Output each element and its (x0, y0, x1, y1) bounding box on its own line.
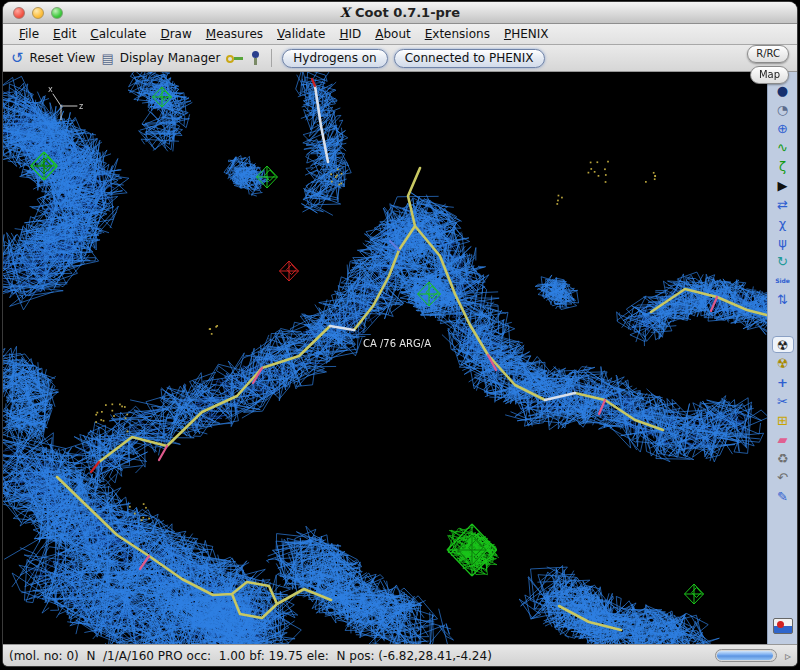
menu-file[interactable]: File (13, 25, 45, 43)
scene-color-icon[interactable] (773, 618, 793, 634)
real-space-refine-icon[interactable]: ∿ (772, 139, 794, 156)
edit-icon[interactable]: ✎ (772, 488, 794, 505)
menu-validate[interactable]: Validate (271, 25, 331, 43)
minimize-button[interactable] (32, 7, 44, 19)
gl-canvas[interactable] (3, 72, 767, 644)
reset-view-button[interactable]: Reset View (30, 51, 96, 65)
x11-icon: X (340, 5, 350, 20)
play-icon[interactable]: ▶ (772, 177, 794, 194)
menu-draw[interactable]: Draw (154, 25, 197, 43)
side-toolbar: ● ◔ ⊕ ∿ ζ ▶ ⇄ χ ψ ↻ Side ⇅ ☢ ☢ + ✂ ⊞ ▰ ♻… (767, 72, 797, 644)
regularize-zone-icon[interactable]: ζ (772, 158, 794, 175)
menu-hid[interactable]: HID (333, 25, 367, 43)
main-toolbar: ↺ Reset View ▤ Display Manager Hydrogens… (3, 45, 797, 72)
undo-icon[interactable]: ↶ (772, 469, 794, 486)
window-title-area: X Coot 0.7.1-pre (3, 5, 797, 20)
close-button[interactable] (13, 7, 25, 19)
side-chain-180-icon[interactable]: Side (772, 272, 794, 289)
highlight-residue-icon[interactable]: ▰ (772, 431, 794, 448)
statusbar: (mol. no: 0) N /1/A/160 PRO occ: 1.00 bf… (3, 644, 797, 666)
menubar: File Edit Calculate Draw Measures Valida… (3, 24, 797, 45)
zoom-button[interactable] (51, 7, 63, 19)
delete-item-icon[interactable]: ♻ (772, 450, 794, 467)
clock-display-icon[interactable]: ◔ (772, 101, 794, 118)
menu-measures[interactable]: Measures (200, 25, 269, 43)
viewport[interactable]: CA /76 ARG/A (3, 72, 767, 644)
reset-view-icon[interactable]: ↺ (11, 51, 24, 66)
coot-window: X Coot 0.7.1-pre File Edit Calculate Dra… (3, 2, 797, 666)
map-button[interactable]: Map (750, 66, 789, 84)
titlebar[interactable]: X Coot 0.7.1-pre (3, 2, 797, 24)
torsion-edit-icon[interactable]: ↻ (772, 253, 794, 270)
recentre-icon[interactable] (249, 51, 261, 66)
auto-fit-rotamer-icon[interactable]: χ (772, 215, 794, 232)
tandem-refine-icon[interactable]: ☢ (772, 355, 794, 372)
menu-extensions[interactable]: Extensions (419, 25, 496, 43)
toolbar-separator (271, 49, 272, 67)
rotamer-select-icon[interactable]: ψ (772, 234, 794, 251)
display-manager-icon[interactable]: ▤ (101, 51, 113, 66)
window-title: Coot 0.7.1-pre (355, 5, 460, 20)
menu-calculate[interactable]: Calculate (84, 25, 152, 43)
key-icon[interactable] (226, 54, 243, 63)
refine-radiation-icon[interactable]: ☢ (772, 336, 794, 353)
main-area: CA /76 ARG/A ● ◔ ⊕ ∿ ζ ▶ ⇄ χ ψ ↻ Side ⇅ … (3, 72, 797, 644)
hydrogens-toggle-button[interactable]: Hydrogens on (282, 49, 387, 68)
menu-edit[interactable]: Edit (47, 25, 82, 43)
rrc-button[interactable]: R/RC (747, 45, 789, 63)
status-scrollbar-thumb[interactable] (717, 651, 773, 660)
menu-phenix[interactable]: PHENIX (498, 25, 555, 43)
status-text: (mol. no: 0) N /1/A/160 PRO occ: 1.00 bf… (9, 649, 492, 663)
rotate-translate-icon[interactable]: ⇄ (772, 196, 794, 213)
status-scrollbar[interactable] (715, 649, 777, 662)
add-residue-icon[interactable]: ⊞ (772, 412, 794, 429)
add-atom-icon[interactable]: + (772, 374, 794, 391)
sphere-icon[interactable]: ● (772, 82, 794, 99)
move-zone-icon[interactable]: ⊕ (772, 120, 794, 137)
cut-zone-icon[interactable]: ✂ (772, 393, 794, 410)
menu-about[interactable]: About (369, 25, 417, 43)
status-expander-icon[interactable]: ▹ (785, 649, 791, 663)
display-manager-button[interactable]: Display Manager (120, 51, 221, 65)
phenix-status-button[interactable]: Connected to PHENIX (394, 49, 545, 68)
flip-peptide-icon[interactable]: ⇅ (772, 291, 794, 308)
